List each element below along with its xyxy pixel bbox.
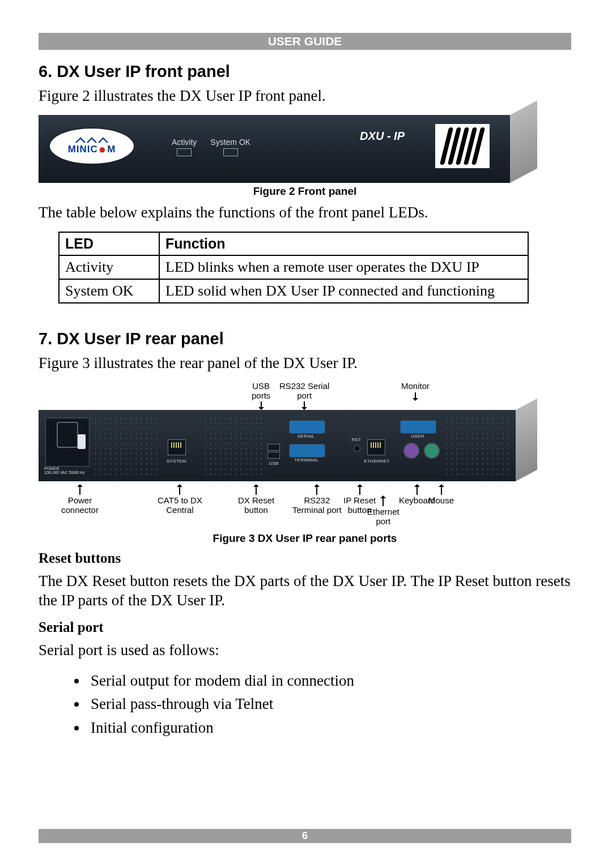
serial-port-heading: Serial port [39,619,571,635]
serial-port-icon [289,420,325,434]
led-system-ok: System OK [210,138,250,156]
monitor-port-icon [400,420,436,434]
usb-port-icon [267,444,280,451]
serial-port-label: SERIAL [295,434,317,439]
reset-buttons-heading: Reset buttons [39,550,571,566]
list-item: Initial configuration [87,716,571,740]
rear-top-labels: USB ports RS232 Serial port Monitor [39,382,537,409]
section-6-heading: 6. DX User IP front panel [39,62,571,81]
user-port-label: USER [408,434,427,439]
led-th-function: Function [159,232,528,255]
table-row: System OK LED solid when DX User IP conn… [59,279,528,303]
bot-label-power: Power connector [61,485,99,515]
rear-panel-figure: USB ports RS232 Serial port Monitor POWE… [39,382,537,530]
cat5-port-icon [168,439,186,455]
section-7-intro: Figure 3 illustrates the rear panel of t… [39,354,571,373]
power-label: POWER 100-240 VAC 50/60 Hz [44,467,84,474]
logo-oval: MINIC●M [49,127,135,165]
led-activity-label: Activity [172,138,197,147]
front-panel-figure: MINIC●M Activity System OK DXU - IP [39,115,537,183]
cell: System OK [59,279,159,303]
terminal-port-icon [289,444,325,457]
header-bar: USER GUIDE [39,33,571,50]
section-6-intro: Figure 2 illustrates the DX User IP fron… [39,87,571,106]
bot-label-mouse: Mouse [428,485,454,506]
cell: LED solid when DX User IP connected and … [159,279,528,303]
model-label: DXU - IP [360,130,405,143]
ip-reset-button-icon [354,445,360,452]
figure-2-caption: Figure 2 Front panel [39,185,571,198]
rear-panel-face: POWER 100-240 VAC 50/60 Hz SYSTEM USB SE… [39,410,516,481]
rear-panel-device: POWER 100-240 VAC 50/60 Hz SYSTEM USB SE… [39,410,537,481]
footer-page-number: 6 [39,829,571,843]
usb-port-label: USB [265,461,282,466]
bot-label-rs232t: RS232 Terminal port [292,485,342,515]
system-port-label: SYSTEM [167,459,186,464]
panel-3d-edge [516,399,537,481]
panel-3d-edge [510,100,537,183]
top-label-serial: RS232 Serial port [279,382,329,409]
bot-label-dxreset: DX Reset button [238,485,274,515]
front-panel-face: MINIC●M Activity System OK DXU - IP [39,115,510,183]
list-item: Serial output for modem dial in connecti… [87,669,571,693]
led-table: LED Function Activity LED blinks when a … [58,232,529,303]
mouse-port-icon [424,443,440,459]
ethernet-port-icon [367,439,385,455]
section-6-after-figure: The table below explains the functions o… [39,203,571,223]
serial-port-bullets: Serial output for modem dial in connecti… [73,669,571,741]
front-panel-leds: Activity System OK [172,138,250,156]
led-indicator-icon [177,148,192,156]
keyboard-port-icon [403,443,419,459]
power-socket-icon [45,418,90,467]
led-activity: Activity [172,138,197,156]
logo-text: MINIC●M [68,144,116,155]
rst-label: RST [351,437,362,442]
figure-3-caption: Figure 3 DX User IP rear panel ports [39,532,571,545]
ethernet-port-label: ETHERNET [363,459,391,464]
cell: LED blinks when a remote user operates t… [159,255,528,279]
table-row: Activity LED blinks when a remote user o… [59,255,528,279]
bot-label-cat5: CAT5 to DX Central [158,485,202,515]
top-label-usb: USB ports [252,382,270,409]
led-th-led: LED [59,232,159,255]
section-7-heading: 7. DX User IP rear panel [39,330,571,348]
list-item: Serial pass-through via Telnet [87,692,571,716]
vent-icon [435,124,490,168]
vent-dots-icon [203,416,266,476]
led-indicator-icon [223,148,238,156]
usb-port-icon [267,452,280,459]
reset-buttons-body: The DX Reset button resets the DX parts … [39,572,571,610]
top-label-monitor: Monitor [401,382,430,400]
rear-bottom-labels: Power connector CAT5 to DX Central DX Re… [39,485,537,530]
vent-dots-icon [93,416,161,476]
cell: Activity [59,255,159,279]
serial-port-intro: Serial port is used as follows: [39,641,571,660]
bot-label-ethernet: Ethernet port [367,496,400,526]
vent-dots-icon [444,416,509,476]
led-system-ok-label: System OK [210,138,250,147]
terminal-port-label: TERMINAL [292,457,321,463]
